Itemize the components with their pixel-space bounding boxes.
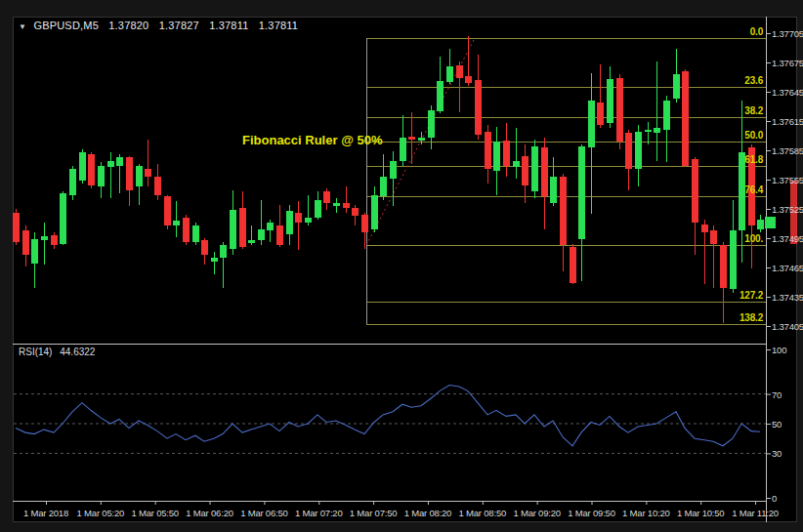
time-axis-surface[interactable] — [13, 501, 766, 522]
price-axis-surface[interactable] — [766, 17, 797, 501]
symbol-label: GBPUSD,M5 — [33, 20, 99, 31]
rsi-name: RSI(14) — [19, 347, 52, 357]
main-chart-surface[interactable] — [13, 17, 766, 341]
quote-low: 1.37811 — [209, 20, 248, 31]
quote-open: 1.37820 — [108, 20, 148, 31]
mt4-chart-window: 1.377051.376751.376451.376151.375851.375… — [0, 0, 803, 532]
quote-close: 1.37811 — [259, 20, 298, 31]
rsi-panel-surface[interactable] — [13, 347, 766, 501]
rsi-value: 44.6322 — [60, 347, 95, 357]
fibonacci-ruler-annotation[interactable]: Fibonacci Ruler @ 50% — [242, 133, 382, 147]
symbol-quote-bar: ▼ GBPUSD,M5 1.37820 1.37827 1.37811 1.37… — [19, 20, 298, 33]
symbol-dropdown-icon[interactable]: ▼ — [19, 22, 26, 31]
rsi-indicator-label: RSI(14) 44.6322 — [19, 347, 95, 357]
quote-high: 1.37827 — [159, 20, 199, 31]
